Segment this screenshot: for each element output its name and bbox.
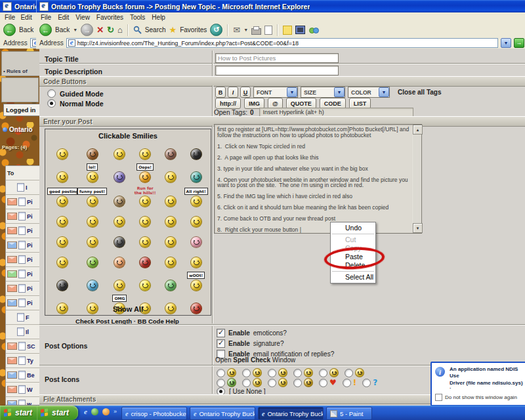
smiley-icon[interactable] (158, 251, 184, 268)
post-icon-option[interactable] (268, 368, 287, 377)
smiley-icon[interactable] (107, 143, 133, 160)
menu-item-favorites[interactable]: Favorites (96, 14, 123, 21)
topic-list-row[interactable]: Pi (6, 209, 39, 224)
topic-list-row[interactable]: Ty (6, 354, 39, 368)
smiley-icon[interactable] (47, 163, 77, 183)
topic-list-row[interactable]: Pi (6, 224, 39, 238)
menu-item-file[interactable]: File (41, 14, 51, 21)
media-icon[interactable] (295, 26, 305, 34)
smiley-icon[interactable]: wOOt! (183, 272, 209, 291)
smiley-icon[interactable] (47, 272, 77, 291)
topic-list-row[interactable]: Pi (6, 238, 39, 253)
topic-list-row[interactable]: Pi (6, 282, 39, 296)
scroll-down-icon[interactable]: ▼ (413, 223, 423, 233)
menu-item-view[interactable]: View (75, 14, 90, 21)
go-button[interactable]: → (514, 38, 524, 48)
favorites-label[interactable]: Favorites (180, 26, 207, 33)
post-icon-option[interactable] (217, 368, 236, 377)
topic-list-row[interactable]: w (6, 397, 39, 406)
messenger-quicklaunch-icon[interactable] (91, 408, 98, 415)
post-icon-option[interactable] (242, 368, 262, 377)
pages-label[interactable]: Pages: (4) (2, 144, 27, 150)
smiley-icon[interactable]: good posting! (47, 186, 77, 207)
context-menu-item-select-all[interactable]: Select All (331, 273, 375, 282)
color-select[interactable]: COLOR▼ (348, 87, 390, 98)
menu-item-help[interactable]: Help (152, 14, 165, 21)
normal-mode-option[interactable]: Normal Mode (47, 99, 104, 108)
style-button-u[interactable]: U (240, 87, 251, 98)
post-icon-radio[interactable] (217, 379, 225, 387)
size-select[interactable]: SIZE▼ (301, 87, 345, 98)
messenger-icon[interactable] (308, 26, 318, 34)
rules-link[interactable]: • Rules of (3, 68, 28, 74)
close-all-tags-link[interactable]: Close all Tags (398, 89, 442, 96)
taskbar-button[interactable]: 5 - Paint (326, 407, 372, 420)
smiley-icon[interactable] (133, 272, 158, 291)
smiley-icon[interactable] (47, 251, 77, 268)
start-button[interactable]: start (0, 406, 41, 420)
smiley-icon[interactable] (158, 272, 184, 291)
post-icon-option[interactable]: ! (343, 379, 356, 387)
post-option-row[interactable]: Enableemoticons? (217, 329, 334, 337)
checkbox-signature-[interactable] (217, 339, 225, 348)
smiley-icon[interactable] (107, 251, 133, 268)
favorites-star-icon[interactable]: ★ (169, 26, 177, 34)
address-input[interactable]: http://z4.invisionfree.com/The_Hunting_F… (66, 38, 498, 48)
history-icon[interactable]: ↺ (210, 24, 222, 36)
forum-link-row[interactable]: Ontario (3, 126, 33, 133)
post-icon-radio[interactable] (319, 369, 327, 377)
post-icon-option[interactable] (319, 368, 339, 377)
topic-list-row[interactable]: F (6, 310, 39, 325)
smiley-icon[interactable] (158, 163, 184, 183)
search-icon[interactable] (133, 26, 142, 34)
smiley-icon[interactable] (158, 231, 184, 248)
smiley-icon[interactable] (183, 231, 209, 248)
post-icon-radio[interactable] (242, 379, 251, 387)
smiley-icon[interactable] (158, 211, 184, 228)
smiley-icon[interactable] (107, 231, 133, 248)
ie-quicklaunch-icon[interactable]: e (84, 408, 87, 415)
smiley-icon[interactable] (107, 211, 133, 228)
smiley-icon[interactable] (77, 143, 107, 160)
smiley-icon[interactable]: funny post! (77, 186, 107, 207)
post-icon-radio[interactable] (242, 369, 251, 377)
smiley-icon[interactable] (107, 272, 133, 291)
scroll-up-icon[interactable]: ▲ (413, 125, 423, 135)
spell-check-link[interactable]: Open Spell Check Window (215, 356, 295, 364)
textarea-scrollbar[interactable]: ▲ ▼ (413, 125, 421, 233)
outer-back-label[interactable]: Back (19, 26, 33, 33)
show-all-link[interactable]: Show All (45, 305, 211, 313)
back-label[interactable]: Back (55, 26, 70, 33)
post-icon-option[interactable] (242, 378, 262, 387)
post-icon-option[interactable]: ♥ (319, 379, 337, 387)
smiley-icon[interactable] (107, 186, 133, 207)
topic-list-row[interactable]: Pi (6, 253, 39, 267)
smiley-icon[interactable] (47, 231, 77, 248)
post-option-row[interactable]: Enablesignature? (217, 339, 334, 348)
checkbox-emoticons-[interactable] (217, 329, 225, 337)
topic-list-row[interactable]: SC (6, 339, 39, 354)
taskbar-button[interactable]: eOntario Trophy Bucks... (190, 407, 255, 420)
font-select[interactable]: FONT▼ (253, 87, 298, 98)
post-icon-option[interactable] (268, 378, 287, 387)
style-button-i[interactable]: I (228, 87, 238, 98)
smiley-icon[interactable] (107, 163, 133, 183)
smiley-icon[interactable] (158, 186, 184, 207)
smiley-icon[interactable] (158, 143, 184, 160)
smiley-icon[interactable] (77, 272, 107, 291)
guided-mode-option[interactable]: Guided Mode (47, 89, 104, 98)
topic-list-row[interactable]: Il (6, 325, 39, 339)
topic-list-row[interactable]: I (6, 180, 39, 195)
start-button[interactable]: start (37, 406, 78, 420)
smiley-icon[interactable]: Oops! (133, 163, 158, 183)
post-icon-option[interactable] (293, 368, 313, 377)
topic-list-row[interactable]: Pi (6, 195, 39, 209)
topic-description-input[interactable] (215, 66, 339, 75)
smiley-icon[interactable] (133, 251, 158, 268)
dialog-checkbox-row[interactable]: Do not show this window again (435, 394, 517, 401)
search-label[interactable]: Search (145, 26, 166, 33)
forum-link-label[interactable]: Ontario (9, 126, 33, 133)
post-icon-option[interactable]: ? (362, 379, 377, 387)
mail-dropdown-icon[interactable]: ▼ (243, 28, 248, 32)
topic-list-row[interactable]: Be (6, 368, 39, 383)
